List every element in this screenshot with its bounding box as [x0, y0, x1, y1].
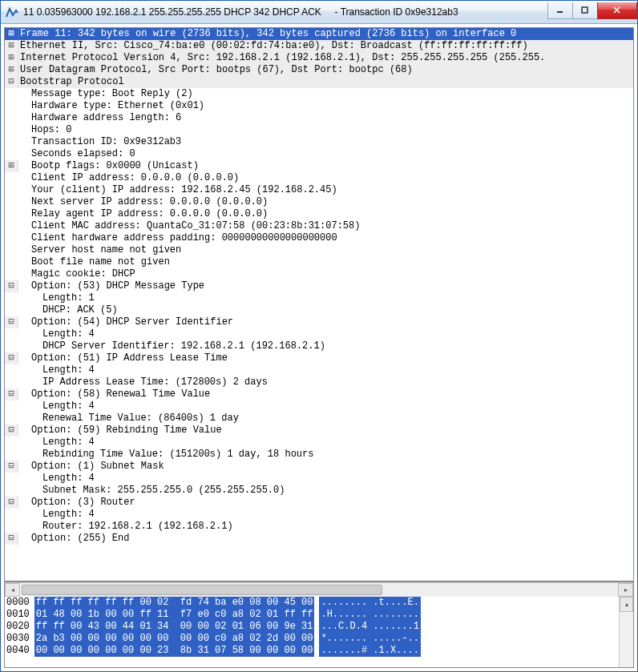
collapse-icon[interactable]: ⊟	[5, 388, 18, 400]
collapse-icon[interactable]: ⊟	[5, 280, 18, 292]
tree-item[interactable]: Transaction ID: 0x9e312ab3	[5, 136, 633, 148]
collapse-icon[interactable]: ⊟	[5, 76, 18, 88]
scroll-thumb[interactable]	[22, 585, 382, 595]
app-window: 11 0.035963000 192.168.2.1 255.255.255.2…	[0, 0, 638, 672]
tree-item[interactable]: Hardware type: Ethernet (0x01)	[5, 100, 633, 112]
tree-item[interactable]: Next server IP address: 0.0.0.0 (0.0.0.0…	[5, 196, 633, 208]
collapse-icon[interactable]: ⊟	[5, 352, 18, 364]
tree-item[interactable]: Client IP address: 0.0.0.0 (0.0.0.0)	[5, 172, 633, 184]
hex-ascii[interactable]: ........ .t....E.	[319, 597, 420, 609]
titlebar[interactable]: 11 0.035963000 192.168.2.1 255.255.255.2…	[1, 1, 637, 24]
hex-bytes[interactable]: 00 00 00 00 00 00 00 23 8b 31 07 58 00 0…	[34, 645, 315, 657]
tree-item[interactable]: Your (client) IP address: 192.168.2.45 (…	[5, 184, 633, 196]
hex-row[interactable]: 004000 00 00 00 00 00 00 23 8b 31 07 58 …	[5, 645, 619, 657]
hex-offset: 0040	[5, 645, 34, 657]
tree-bootp[interactable]: ⊟Bootstrap Protocol	[5, 76, 633, 88]
tree-item[interactable]: Length: 4	[5, 437, 633, 449]
tree-item[interactable]: Hardware address length: 6	[5, 112, 633, 124]
hex-bytes[interactable]: ff ff 00 43 00 44 01 34 00 00 02 01 06 0…	[34, 621, 315, 633]
tree-item[interactable]: Subnet Mask: 255.255.255.0 (255.255.255.…	[5, 485, 633, 497]
tree-item[interactable]: Relay agent IP address: 0.0.0.0 (0.0.0.0…	[5, 208, 633, 220]
window-title: 11 0.035963000 192.168.2.1 255.255.255.2…	[23, 6, 548, 18]
maximize-button[interactable]	[572, 2, 598, 19]
vertical-scrollbar[interactable]: ▴	[619, 597, 633, 667]
hex-row[interactable]: 00302a b3 00 00 00 00 00 00 00 00 c0 a8 …	[5, 633, 619, 645]
tree-ethernet[interactable]: ⊞Ethernet II, Src: Cisco_74:ba:e0 (00:02…	[5, 40, 633, 52]
tree-frame[interactable]: ⊞Frame 11: 342 bytes on wire (2736 bits)…	[5, 28, 633, 40]
expand-icon[interactable]: ⊞	[5, 160, 18, 172]
tree-item[interactable]: Router: 192.168.2.1 (192.168.2.1)	[5, 521, 633, 533]
tree-option-51[interactable]: ⊟Option: (51) IP Address Lease Time	[5, 352, 633, 364]
tree-item[interactable]: Client MAC address: QuantaCo_31:07:58 (0…	[5, 220, 633, 232]
horizontal-scrollbar[interactable]: ◂ ▸	[5, 582, 633, 597]
collapse-icon[interactable]: ⊟	[5, 461, 18, 473]
tree-item[interactable]: Length: 4	[5, 509, 633, 521]
tree-item[interactable]: Rebinding Time Value: (151200s) 1 day, 1…	[5, 449, 633, 461]
tree-item[interactable]: DHCP Server Identifier: 192.168.2.1 (192…	[5, 340, 633, 352]
tree-item[interactable]: Server host name not given	[5, 244, 633, 256]
tree-item[interactable]: IP Address Lease Time: (172800s) 2 days	[5, 376, 633, 388]
hex-offset: 0020	[5, 621, 34, 633]
tree-item[interactable]: Length: 4	[5, 473, 633, 485]
hex-ascii[interactable]: .H...... ........	[319, 609, 420, 621]
tree-item[interactable]: Renewal Time Value: (86400s) 1 day	[5, 412, 633, 425]
hex-bytes[interactable]: 01 48 00 1b 00 00 ff 11 f7 e0 c0 a8 02 0…	[34, 609, 315, 621]
packet-bytes-pane[interactable]: 0000ff ff ff ff ff ff 00 02 fd 74 ba e0 …	[5, 597, 619, 667]
tree-item[interactable]: Magic cookie: DHCP	[5, 268, 633, 280]
collapse-icon[interactable]: ⊟	[5, 425, 18, 437]
tree-option-59[interactable]: ⊟Option: (59) Rebinding Time Value	[5, 425, 633, 437]
scroll-left-button[interactable]: ◂	[5, 583, 20, 597]
tree-item[interactable]: Hops: 0	[5, 124, 633, 136]
tree-item[interactable]: Length: 4	[5, 400, 633, 412]
tree-item[interactable]: DHCP: ACK (5)	[5, 304, 633, 316]
expand-icon[interactable]: ⊞	[5, 52, 18, 64]
hex-offset: 0030	[5, 633, 34, 645]
svg-rect-1	[582, 7, 588, 13]
hex-row[interactable]: 0000ff ff ff ff ff ff 00 02 fd 74 ba e0 …	[5, 597, 619, 609]
tree-option-58[interactable]: ⊟Option: (58) Renewal Time Value	[5, 388, 633, 400]
scroll-up-button[interactable]: ▴	[620, 597, 633, 612]
hex-ascii[interactable]: ...C.D.4 .......1	[319, 621, 420, 633]
hex-row[interactable]: 001001 48 00 1b 00 00 ff 11 f7 e0 c0 a8 …	[5, 609, 619, 621]
tree-udp[interactable]: ⊞User Datagram Protocol, Src Port: bootp…	[5, 64, 633, 76]
tree-item[interactable]: Client hardware address padding: 0000000…	[5, 232, 633, 244]
tree-item[interactable]: Boot file name not given	[5, 256, 633, 268]
collapse-icon[interactable]: ⊟	[5, 533, 18, 545]
tree-item[interactable]: Message type: Boot Reply (2)	[5, 88, 633, 100]
hex-ascii[interactable]: .......# .1.X....	[319, 645, 420, 657]
hex-offset: 0000	[5, 597, 34, 609]
hex-offset: 0010	[5, 609, 34, 621]
collapse-icon[interactable]: ⊟	[5, 316, 18, 328]
tree-ip[interactable]: ⊞Internet Protocol Version 4, Src: 192.1…	[5, 52, 633, 64]
tree-option-255[interactable]: ⊟Option: (255) End	[5, 533, 633, 545]
minimize-button[interactable]	[547, 2, 573, 19]
tree-item[interactable]: Seconds elapsed: 0	[5, 148, 633, 160]
hex-ascii[interactable]: *....... .....-..	[319, 633, 420, 645]
tree-item[interactable]: Length: 4	[5, 328, 633, 340]
close-button[interactable]	[597, 2, 637, 19]
hex-row[interactable]: 0020ff ff 00 43 00 44 01 34 00 00 02 01 …	[5, 621, 619, 633]
expand-icon[interactable]: ⊞	[5, 64, 18, 76]
collapse-icon[interactable]: ⊟	[5, 497, 18, 509]
expand-icon[interactable]: ⊞	[5, 28, 18, 40]
hex-bytes[interactable]: 2a b3 00 00 00 00 00 00 00 00 c0 a8 02 2…	[34, 633, 315, 645]
tree-option-1[interactable]: ⊟Option: (1) Subnet Mask	[5, 461, 633, 473]
scroll-track[interactable]	[20, 584, 618, 596]
tree-item[interactable]: Length: 1	[5, 292, 633, 304]
window-controls	[548, 2, 637, 18]
scroll-right-button[interactable]: ▸	[618, 583, 633, 597]
tree-item[interactable]: Length: 4	[5, 364, 633, 376]
expand-icon[interactable]: ⊞	[5, 40, 18, 52]
tree-bootp-flags[interactable]: ⊞Bootp flags: 0x0000 (Unicast)	[5, 160, 633, 172]
packet-details-pane[interactable]: ⊞Frame 11: 342 bytes on wire (2736 bits)…	[5, 28, 633, 582]
tree-option-53[interactable]: ⊟Option: (53) DHCP Message Type	[5, 280, 633, 292]
content-area: ⊞Frame 11: 342 bytes on wire (2736 bits)…	[4, 27, 634, 668]
wireshark-icon	[6, 6, 18, 18]
tree-option-54[interactable]: ⊟Option: (54) DHCP Server Identifier	[5, 316, 633, 328]
tree-option-3[interactable]: ⊟Option: (3) Router	[5, 497, 633, 509]
hex-bytes[interactable]: ff ff ff ff ff ff 00 02 fd 74 ba e0 08 0…	[34, 597, 315, 609]
